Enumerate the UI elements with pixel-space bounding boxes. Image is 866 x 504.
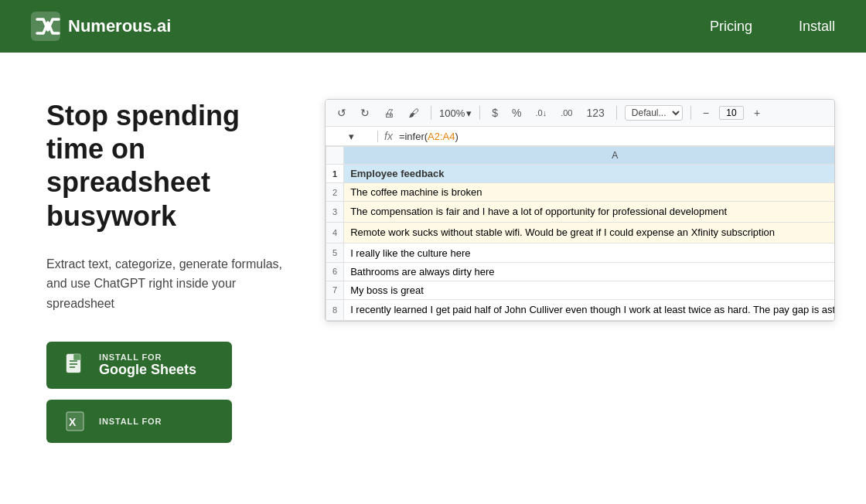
employee-feedback-header: Employee feedback <box>350 168 444 179</box>
cell-a2[interactable]: The coffee machine is broken <box>344 183 835 202</box>
google-sheets-icon <box>63 352 88 377</box>
zoom-dropdown-icon: ▾ <box>466 107 472 119</box>
corner-header <box>326 147 344 165</box>
row-num-2: 2 <box>326 183 344 202</box>
cell-a4-value: Remote work sucks without stable wifi. W… <box>350 226 775 238</box>
row-num-5: 5 <box>326 243 344 263</box>
font-family-select[interactable]: Defaul... <box>625 105 683 121</box>
left-panel: Stop spending time on spreadsheet busywo… <box>46 99 294 454</box>
fx-label: fx <box>384 130 393 142</box>
row-num-8: 8 <box>326 299 344 320</box>
table-row: 5 I really like the culture here =infer(… <box>326 243 836 263</box>
install-google-sheets-button[interactable]: INSTALL FOR Google Sheets <box>46 342 232 390</box>
toolbar-divider-4 <box>690 106 691 120</box>
table-row: 2 The coffee machine is broken Coffee ma… <box>326 183 836 202</box>
paint-format-button[interactable]: 🖌 <box>404 104 423 121</box>
spreadsheet: ↺ ↻ 🖨 🖌 100% ▾ $ % .0↓ .00 123 Defaul... <box>325 99 835 322</box>
cell-a6-value: Bathrooms are always dirty here <box>350 266 494 278</box>
row-num-4: 4 <box>326 223 344 243</box>
svg-text:X: X <box>69 416 77 428</box>
cell-a3-value: The compensation is fair and I have a lo… <box>350 206 727 217</box>
install-product: Google Sheets <box>99 362 196 379</box>
cell-a4[interactable]: Remote work sucks without stable wifi. W… <box>344 223 835 243</box>
cell-a2-value: The coffee machine is broken <box>350 186 482 198</box>
column-header-row: A B C <box>326 147 836 165</box>
logo-text: Numerous.ai <box>68 16 171 36</box>
decrease-font-button[interactable]: − <box>699 104 713 121</box>
logo-icon <box>31 12 60 41</box>
cell-a6[interactable]: Bathrooms are always dirty here <box>344 262 835 281</box>
cell-a8-value: I recently learned I get paid half of Jo… <box>350 304 835 315</box>
install-google-sheets-text: INSTALL FOR Google Sheets <box>99 352 196 379</box>
row-num-3: 3 <box>326 202 344 223</box>
logo-link[interactable]: Numerous.ai <box>31 12 171 41</box>
toolbar-divider-3 <box>616 106 617 120</box>
col-header-a[interactable]: A <box>344 147 835 165</box>
toolbar-divider-1 <box>431 106 431 120</box>
nav-links: Pricing Install <box>710 19 835 35</box>
currency-button[interactable]: $ <box>488 104 502 121</box>
cell-a8[interactable]: I recently learned I get paid half of Jo… <box>344 299 835 320</box>
svg-rect-6 <box>73 354 80 360</box>
cell-a7-value: My boss is great <box>350 284 424 296</box>
undo-button[interactable]: ↺ <box>333 104 350 121</box>
col-a-header-cell[interactable]: Employee feedback <box>344 165 835 183</box>
cell-a5-value: I really like the culture here <box>350 247 470 259</box>
hero-subtitle: Extract text, categorize, generate formu… <box>46 254 294 314</box>
row-num-1: 1 <box>326 165 344 183</box>
install-excel-label: INSTALL FOR <box>99 417 162 426</box>
cell-a5[interactable]: I really like the culture here <box>344 243 835 263</box>
cell-reference: ▾ <box>332 131 378 142</box>
decrease-decimal-button[interactable]: .0↓ <box>532 106 551 120</box>
increase-font-button[interactable]: + <box>750 104 764 121</box>
main-content: Stop spending time on spreadsheet busywo… <box>0 53 866 485</box>
table-row: 7 My boss is great <box>326 281 836 299</box>
cell-a7[interactable]: My boss is great <box>344 281 835 299</box>
right-panel: ↺ ↻ 🖨 🖌 100% ▾ $ % .0↓ .00 123 Defaul... <box>325 99 835 322</box>
hero-title: Stop spending time on spreadsheet busywo… <box>46 99 294 233</box>
table-header-row: 1 Employee feedback About Sentiment Resp… <box>326 165 836 183</box>
toolbar-divider-2 <box>479 106 480 120</box>
formula-display: =infer(A2:A4) <box>399 131 459 142</box>
formula-bar: ▾ fx =infer(A2:A4) <box>326 127 834 146</box>
table-row: 6 Bathrooms are always dirty here <box>326 262 836 281</box>
print-button[interactable]: 🖨 <box>380 104 398 121</box>
font-size-display: 10 <box>719 106 744 120</box>
install-excel-text: INSTALL FOR <box>99 417 162 426</box>
table-row: 3 The compensation is fair and I have a … <box>326 202 836 223</box>
percent-button[interactable]: % <box>508 104 525 121</box>
excel-icon: X <box>63 409 88 434</box>
zoom-control[interactable]: 100% ▾ <box>439 107 472 119</box>
install-link[interactable]: Install <box>799 19 835 35</box>
formula-range: A2:A4 <box>428 131 455 142</box>
cell-a3[interactable]: The compensation is fair and I have a lo… <box>344 202 835 223</box>
install-excel-button[interactable]: X INSTALL FOR <box>46 400 232 443</box>
navigation: Numerous.ai Pricing Install <box>0 0 866 53</box>
pricing-link[interactable]: Pricing <box>710 19 752 35</box>
table-row: 8 I recently learned I get paid half of … <box>326 299 836 320</box>
row-num-6: 6 <box>326 262 344 281</box>
install-label: INSTALL FOR <box>99 352 196 362</box>
increase-decimal-button[interactable]: .00 <box>557 106 576 120</box>
zoom-value: 100% <box>439 107 465 119</box>
number-format-button[interactable]: 123 <box>582 104 608 121</box>
sheet-toolbar: ↺ ↻ 🖨 🖌 100% ▾ $ % .0↓ .00 123 Defaul... <box>326 100 834 127</box>
row-num-7: 7 <box>326 281 344 299</box>
table-row: 4 Remote work sucks without stable wifi.… <box>326 223 836 243</box>
sheet-grid: A B C 1 Employee feedback About <box>326 146 835 321</box>
redo-button[interactable]: ↻ <box>356 104 373 121</box>
